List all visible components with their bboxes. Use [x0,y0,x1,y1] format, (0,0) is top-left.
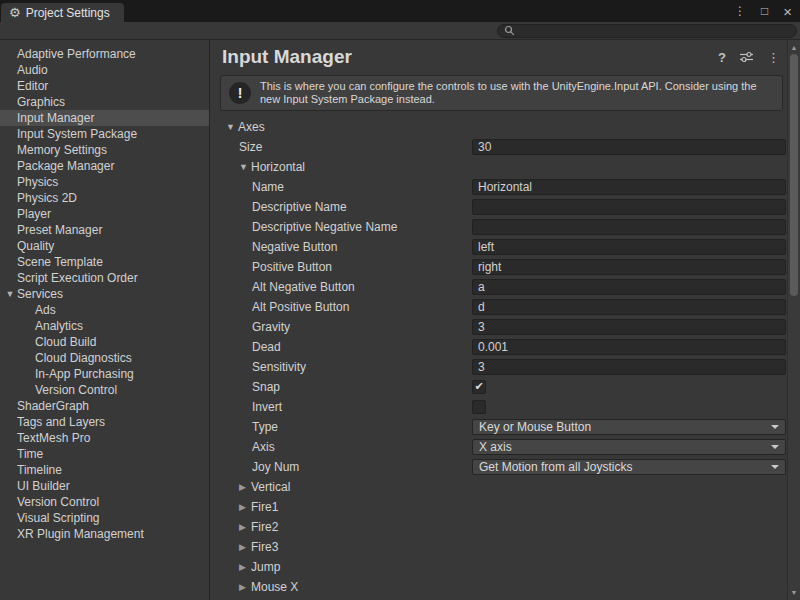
sidebar-item-shadergraph[interactable]: ShaderGraph [0,398,209,414]
input-descriptive-negative-name[interactable] [472,219,786,235]
sidebar-item-in-app-purchasing[interactable]: In-App Purchasing [0,366,209,382]
tab-title: Project Settings [26,6,110,20]
sidebar-item-version-control[interactable]: Version Control [0,494,209,510]
sidebar-item-package-manager[interactable]: Package Manager [0,158,209,174]
foldout-mouse-x[interactable]: ▶Mouse X [210,580,787,594]
foldout-closed-icon[interactable]: ▶ [239,522,251,532]
sidebar-item-player[interactable]: Player [0,206,209,222]
close-icon[interactable]: × [783,3,792,20]
presets-icon[interactable] [739,51,754,63]
sidebar-item-script-execution-order[interactable]: Script Execution Order [0,270,209,286]
foldout-closed-icon[interactable]: ▶ [239,502,251,512]
input-alt-positive-button[interactable] [472,299,786,315]
foldout-horizontal[interactable]: ▼Horizontal [210,160,787,174]
foldout-fire3[interactable]: ▶Fire3 [210,540,787,554]
sidebar-item-label: Analytics [35,319,83,333]
sidebar-item-input-system-package[interactable]: Input System Package [0,126,209,142]
foldout-open-icon[interactable]: ▼ [226,122,238,132]
foldout-jump[interactable]: ▶Jump [210,560,787,574]
sidebar-item-memory-settings[interactable]: Memory Settings [0,142,209,158]
field-descriptive-negative-name [472,219,786,235]
field-snap: ✔ [472,380,786,394]
row-vertical: ▶Vertical [210,477,787,497]
scroll-up-icon[interactable]: ▲ [788,41,800,54]
sidebar-item-editor[interactable]: Editor [0,78,209,94]
sidebar-item-input-manager[interactable]: Input Manager [0,110,209,126]
row-fire3: ▶Fire3 [210,537,787,557]
row-label-text: Size [239,140,262,154]
sidebar-item-audio[interactable]: Audio [0,62,209,78]
sidebar-item-scene-template[interactable]: Scene Template [0,254,209,270]
foldout-closed-icon[interactable]: ▶ [239,562,251,572]
info-icon: ! [229,82,251,104]
label-name: Name [210,180,472,194]
foldout-open-icon[interactable]: ▼ [239,162,251,172]
input-descriptive-name[interactable] [472,199,786,215]
more-menu-icon[interactable]: ⋮ [767,50,780,65]
foldout-closed-icon[interactable]: ▶ [239,482,251,492]
foldout-vertical[interactable]: ▶Vertical [210,480,787,494]
checkbox-invert[interactable] [472,400,486,414]
sidebar-item-xr-plugin-management[interactable]: XR Plugin Management [0,526,209,542]
input-size[interactable] [472,139,786,155]
help-icon[interactable]: ? [718,50,726,65]
checkbox-snap[interactable]: ✔ [472,380,486,394]
dropdown-axis[interactable]: X axis [472,439,786,455]
window-menu-icon[interactable]: ⋮ [734,4,746,18]
sidebar-item-label: Cloud Build [35,335,96,349]
sidebar-item-physics-2d[interactable]: Physics 2D [0,190,209,206]
input-alt-negative-button[interactable] [472,279,786,295]
foldout-open-icon[interactable]: ▼ [4,286,16,302]
sidebar-item-label: Timeline [17,463,62,477]
input-dead[interactable] [472,339,786,355]
row-label-text: Dead [252,340,281,354]
sidebar-item-visual-scripting[interactable]: Visual Scripting [0,510,209,526]
sidebar-item-cloud-build[interactable]: Cloud Build [0,334,209,350]
main-scrollbar[interactable]: ▲ ▼ [787,40,800,600]
sidebar-item-ui-builder[interactable]: UI Builder [0,478,209,494]
dropdown-type[interactable]: Key or Mouse Button [472,419,786,435]
label-invert: Invert [210,400,472,414]
input-negative-button[interactable] [472,239,786,255]
field-sensitivity [472,359,786,375]
sidebar-item-time[interactable]: Time [0,446,209,462]
foldout-fire1[interactable]: ▶Fire1 [210,500,787,514]
input-sensitivity[interactable] [472,359,786,375]
search-box[interactable] [497,24,797,38]
label-dead: Dead [210,340,472,354]
input-positive-button[interactable] [472,259,786,275]
foldout-axes[interactable]: ▼Axes [210,120,787,134]
sidebar-item-adaptive-performance[interactable]: Adaptive Performance [0,46,209,62]
sidebar-item-graphics[interactable]: Graphics [0,94,209,110]
maximize-icon[interactable]: □ [761,4,768,18]
search-input[interactable] [519,25,790,37]
sidebar-item-textmesh-pro[interactable]: TextMesh Pro [0,430,209,446]
scroll-down-icon[interactable]: ▼ [788,586,800,599]
sidebar-item-services[interactable]: ▼Services [0,286,209,302]
label-gravity: Gravity [210,320,472,334]
sidebar-item-label: Preset Manager [17,223,102,237]
sidebar-item-label: Memory Settings [17,143,107,157]
sidebar-item-ads[interactable]: Ads [0,302,209,318]
sidebar-item-quality[interactable]: Quality [0,238,209,254]
foldout-closed-icon[interactable]: ▶ [239,582,251,592]
sidebar-item-tags-and-layers[interactable]: Tags and Layers [0,414,209,430]
sidebar-item-timeline[interactable]: Timeline [0,462,209,478]
sidebar-item-cloud-diagnostics[interactable]: Cloud Diagnostics [0,350,209,366]
dropdown-value: Get Motion from all Joysticks [479,460,632,474]
sidebar-item-preset-manager[interactable]: Preset Manager [0,222,209,238]
label-size: Size [210,140,472,154]
tab-project-settings[interactable]: ⚙ Project Settings [1,3,124,22]
input-gravity[interactable] [472,319,786,335]
foldout-fire2[interactable]: ▶Fire2 [210,520,787,534]
input-name[interactable] [472,179,786,195]
sidebar-item-physics[interactable]: Physics [0,174,209,190]
row-alt-negative-button: Alt Negative Button [210,277,787,297]
info-text: This is where you can configure the cont… [260,80,774,106]
sidebar-item-analytics[interactable]: Analytics [0,318,209,334]
dropdown-value: Key or Mouse Button [479,420,591,434]
dropdown-joy-num[interactable]: Get Motion from all Joysticks [472,459,786,475]
sidebar-item-version-control[interactable]: Version Control [0,382,209,398]
scrollbar-thumb[interactable] [790,54,798,296]
foldout-closed-icon[interactable]: ▶ [239,542,251,552]
